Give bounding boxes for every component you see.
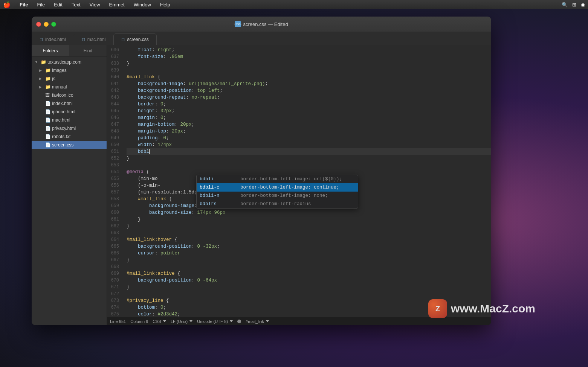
sidebar-item-label: manual — [52, 84, 67, 90]
sidebar-item-manual[interactable]: ▶ 📁 manual — [32, 83, 107, 91]
sidebar-item-privacy-html[interactable]: 📄 privacy.html — [32, 124, 107, 132]
code-line-640: #mail_link { — [127, 74, 491, 81]
close-button[interactable] — [36, 22, 41, 27]
code-line-636: float: right; — [127, 47, 491, 53]
tab-screen-css[interactable]: ◻ screen.css — [113, 34, 156, 45]
sidebar-item-label: privacy.html — [52, 126, 76, 131]
code-line-666: cursor: pointer — [127, 250, 491, 257]
code-line-662: } — [127, 223, 491, 230]
control-center-icon[interactable]: ⊞ — [572, 2, 576, 8]
tab-label: screen.css — [127, 37, 148, 42]
chevron-down-icon — [230, 320, 233, 322]
tab-file-icon: ◻ — [121, 37, 125, 42]
ac-keyword: bdblrs — [200, 201, 237, 207]
traffic-lights — [36, 22, 56, 27]
sidebar-find-btn[interactable]: Find — [69, 45, 107, 56]
folder-icon: 📁 — [45, 84, 50, 90]
ac-item-bdbli-c[interactable]: bdbli-c border-bottom-left-image: contin… — [197, 183, 358, 192]
folder-icon: 📁 — [45, 76, 50, 81]
code-line-660: background-size: 174px 96px — [127, 209, 491, 216]
statusbar-encoding[interactable]: Unicode (UTF-8) — [197, 319, 233, 324]
sidebar-item-mac-html[interactable]: 📄 mac.html — [32, 116, 107, 124]
tab-label: mac.html — [87, 37, 106, 42]
code-line-647: margin-bottom: 20px; — [127, 121, 491, 128]
statusbar-line-text: Line 651 — [110, 319, 126, 324]
file-icon: 📄 — [45, 109, 50, 114]
menubar-window[interactable]: Window — [132, 2, 153, 8]
menubar-help[interactable]: Help — [159, 2, 172, 8]
titlebar: CSS screen.css — Edited — [32, 17, 491, 32]
chevron-down-icon — [189, 320, 192, 322]
chevron-down-icon — [163, 320, 166, 322]
menubar-text[interactable]: Text — [70, 2, 82, 8]
file-icon: 📄 — [45, 101, 50, 106]
tab-mac-html[interactable]: ◻ mac.html — [74, 34, 114, 45]
watermark-logo: Z — [428, 299, 447, 318]
sidebar-item-label: iphone.html — [52, 109, 75, 114]
sidebar-folders-btn[interactable]: Folders — [32, 45, 69, 56]
arrow-icon: ▶ — [39, 77, 44, 81]
code-line-643: background-repeat: no-repeat; — [127, 94, 491, 101]
folder-icon: 📁 — [41, 59, 46, 65]
file-icon: 🖼 — [45, 93, 50, 98]
arrow-icon: ▶ — [39, 85, 44, 89]
sidebar: Folders Find ▼ 📁 textasticapp.com ▶ 📁 im… — [32, 45, 107, 325]
sidebar-item-iphone-html[interactable]: 📄 iphone.html — [32, 108, 107, 116]
menubar-right-controls: 🔍 ⊞ ◉ — [562, 2, 585, 8]
sidebar-item-images[interactable]: ▶ 📁 images — [32, 66, 107, 75]
statusbar-syntax[interactable]: CSS — [153, 319, 166, 324]
main-content: Folders Find ▼ 📁 textasticapp.com ▶ 📁 im… — [32, 45, 491, 325]
code-line-650: width: 174px — [127, 142, 491, 148]
sidebar-item-index-html[interactable]: 📄 index.html — [32, 99, 107, 108]
menubar: 🍎 File File Edit Text View Emmet Window … — [0, 0, 588, 9]
menubar-view[interactable]: View — [88, 2, 102, 8]
code-line-670: background-position: 0 -64px — [127, 277, 491, 284]
ac-keyword: bdbli-c — [200, 185, 237, 190]
search-icon[interactable]: 🔍 — [562, 2, 568, 8]
statusbar-symbol-dot — [237, 320, 241, 323]
arrow-icon: ▶ — [39, 69, 44, 72]
sidebar-item-screen-css[interactable]: 📄 screen.css — [32, 141, 107, 149]
ac-item-bdbli-n[interactable]: bdbli-n border-bottom-left-image: none; — [197, 192, 358, 200]
sidebar-item-favicon[interactable]: 🖼 favicon.ico — [32, 91, 107, 99]
main-window: CSS screen.css — Edited ◻ index.html ◻ m… — [32, 17, 491, 325]
code-line-667: } — [127, 257, 491, 263]
code-line-668 — [127, 263, 491, 270]
sidebar-item-label: robots.txt — [52, 134, 70, 139]
statusbar-encoding-text: Unicode (UTF-8) — [197, 319, 228, 324]
code-line-646: margin: 0; — [127, 114, 491, 121]
account-icon[interactable]: ◉ — [581, 2, 585, 8]
menubar-emmet[interactable]: Emmet — [108, 2, 126, 8]
code-line-653 — [127, 162, 491, 169]
code-line-652: } — [127, 155, 491, 162]
menubar-file[interactable]: File — [35, 2, 46, 8]
tab-index-html[interactable]: ◻ index.html — [32, 34, 74, 45]
folder-icon: 📁 — [45, 68, 50, 73]
editor-area: 636 637 638 639 640 641 642 643 644 645 … — [107, 45, 491, 325]
sidebar-item-robots-txt[interactable]: 📄 robots.txt — [32, 132, 107, 141]
statusbar-syntax-text: CSS — [153, 319, 161, 324]
sidebar-item-root[interactable]: ▼ 📁 textasticapp.com — [32, 58, 107, 66]
watermark-url: www.MacZ.com — [451, 302, 535, 315]
statusbar-line-ending[interactable]: LF (Unix) — [171, 319, 192, 324]
file-icon: 📄 — [45, 142, 50, 148]
code-line-642: background-position: top left; — [127, 87, 491, 94]
sidebar-item-js[interactable]: ▶ 📁 js — [32, 75, 107, 83]
status-dot-icon — [237, 320, 241, 323]
ac-description: border-bottom-left-radius — [240, 201, 311, 207]
maximize-button[interactable] — [51, 22, 56, 27]
menubar-app-name[interactable]: File — [18, 2, 29, 8]
window-title: CSS screen.css — Edited — [235, 21, 288, 27]
file-icon: 📄 — [45, 126, 50, 131]
ac-item-bdbli[interactable]: bdbli border-bottom-left-image: url(${0}… — [197, 175, 358, 183]
statusbar-symbol[interactable]: #mail_link — [246, 319, 269, 324]
menubar-edit[interactable]: Edit — [52, 2, 64, 8]
code-line-639 — [127, 67, 491, 74]
ac-item-bdblrs[interactable]: bdblrs border-bottom-left-radius — [197, 200, 358, 208]
sidebar-item-label: screen.css — [52, 142, 73, 148]
apple-logo[interactable]: 🍎 — [3, 1, 11, 8]
file-icon: 📄 — [45, 117, 50, 123]
minimize-button[interactable] — [44, 22, 49, 27]
sidebar-item-label: index.html — [52, 101, 73, 106]
code-line-641: background-image: url(images/mail_sprite… — [127, 81, 491, 87]
